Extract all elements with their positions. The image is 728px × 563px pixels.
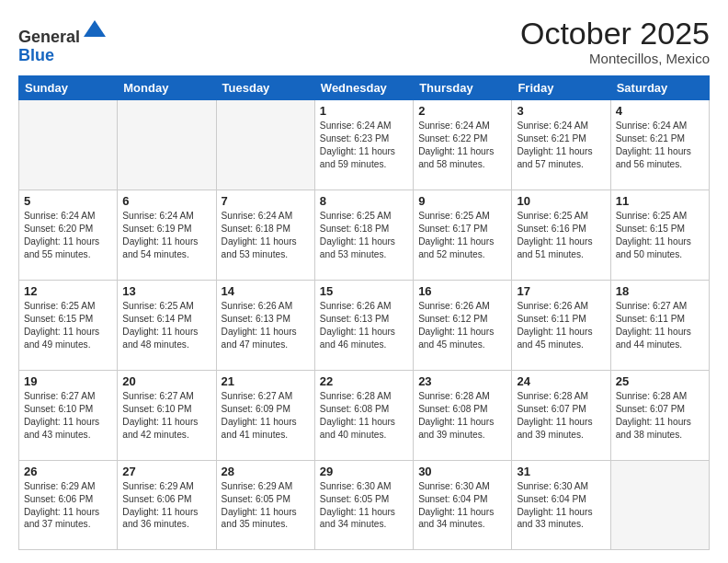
- sunrise-line: Sunrise: 6:30 AM: [418, 480, 506, 493]
- daylight-line: Daylight: 11 hours and 45 minutes.: [517, 326, 605, 351]
- sunrise-line: Sunrise: 6:27 AM: [616, 300, 704, 313]
- col-thursday: Thursday: [414, 76, 512, 100]
- sunrise-line: Sunrise: 6:25 AM: [320, 210, 408, 223]
- daylight-line: Daylight: 11 hours and 56 minutes.: [616, 145, 704, 171]
- daylight-line: Daylight: 11 hours and 48 minutes.: [122, 326, 210, 351]
- daylight-line: Daylight: 11 hours and 59 minutes.: [320, 145, 408, 171]
- table-row: 21 Sunrise: 6:27 AM Sunset: 6:09 PM Dayl…: [216, 371, 314, 461]
- day-number: 13: [122, 284, 210, 298]
- sunset-line: Sunset: 6:10 PM: [24, 403, 112, 416]
- table-row: 7 Sunrise: 6:24 AM Sunset: 6:18 PM Dayli…: [216, 190, 314, 281]
- sunset-line: Sunset: 6:20 PM: [24, 223, 112, 236]
- sunset-line: Sunset: 6:06 PM: [122, 493, 210, 506]
- col-sunday: Sunday: [19, 76, 118, 100]
- daylight-line: Daylight: 11 hours and 51 minutes.: [517, 236, 605, 261]
- table-row: 27 Sunrise: 6:29 AM Sunset: 6:06 PM Dayl…: [118, 461, 216, 550]
- day-number: 8: [320, 194, 408, 208]
- table-row: 6 Sunrise: 6:24 AM Sunset: 6:19 PM Dayli…: [118, 190, 216, 281]
- day-number: 1: [320, 104, 408, 118]
- sunrise-line: Sunrise: 6:24 AM: [320, 120, 408, 132]
- sunset-line: Sunset: 6:10 PM: [122, 403, 210, 416]
- table-row: 2 Sunrise: 6:24 AM Sunset: 6:22 PM Dayli…: [414, 100, 512, 190]
- daylight-line: Daylight: 11 hours and 34 minutes.: [320, 506, 408, 532]
- daylight-line: Daylight: 11 hours and 55 minutes.: [24, 236, 112, 261]
- sunrise-line: Sunrise: 6:26 AM: [320, 300, 408, 313]
- sunset-line: Sunset: 6:21 PM: [517, 132, 605, 145]
- daylight-line: Daylight: 11 hours and 46 minutes.: [320, 326, 408, 351]
- sunset-line: Sunset: 6:13 PM: [320, 313, 408, 326]
- sunrise-line: Sunrise: 6:28 AM: [320, 390, 408, 403]
- table-row: 26 Sunrise: 6:29 AM Sunset: 6:06 PM Dayl…: [19, 461, 118, 550]
- sunset-line: Sunset: 6:15 PM: [24, 313, 112, 326]
- day-number: 16: [418, 284, 506, 298]
- table-row: 5 Sunrise: 6:24 AM Sunset: 6:20 PM Dayli…: [19, 190, 118, 281]
- svg-marker-0: [84, 20, 106, 37]
- sunrise-line: Sunrise: 6:25 AM: [24, 300, 112, 313]
- col-tuesday: Tuesday: [216, 76, 314, 100]
- sunrise-line: Sunrise: 6:24 AM: [517, 120, 605, 132]
- day-number: 17: [517, 284, 605, 298]
- table-row: [19, 100, 118, 190]
- daylight-line: Daylight: 11 hours and 45 minutes.: [418, 326, 506, 351]
- sunrise-line: Sunrise: 6:25 AM: [517, 210, 605, 223]
- day-number: 15: [320, 284, 408, 298]
- table-row: 24 Sunrise: 6:28 AM Sunset: 6:07 PM Dayl…: [512, 371, 610, 461]
- daylight-line: Daylight: 11 hours and 53 minutes.: [222, 236, 310, 261]
- calendar-header-row: Sunday Monday Tuesday Wednesday Thursday…: [19, 76, 710, 100]
- sunrise-line: Sunrise: 6:30 AM: [517, 480, 605, 493]
- col-saturday: Saturday: [610, 76, 709, 100]
- sunset-line: Sunset: 6:11 PM: [616, 313, 704, 326]
- sunrise-line: Sunrise: 6:28 AM: [418, 390, 506, 403]
- col-wednesday: Wednesday: [314, 76, 413, 100]
- day-number: 27: [122, 465, 210, 478]
- table-row: 23 Sunrise: 6:28 AM Sunset: 6:08 PM Dayl…: [414, 371, 512, 461]
- logo-blue: Blue: [18, 46, 54, 64]
- day-number: 18: [616, 284, 704, 298]
- calendar-page: General Blue October 2025 Montecillos, M…: [0, 0, 728, 563]
- calendar-table: Sunday Monday Tuesday Wednesday Thursday…: [18, 75, 710, 550]
- day-number: 4: [616, 104, 704, 118]
- daylight-line: Daylight: 11 hours and 36 minutes.: [122, 506, 210, 532]
- daylight-line: Daylight: 11 hours and 47 minutes.: [222, 326, 310, 351]
- day-number: 31: [517, 465, 605, 478]
- month-title: October 2025: [520, 17, 710, 51]
- daylight-line: Daylight: 11 hours and 44 minutes.: [616, 326, 704, 351]
- table-row: 14 Sunrise: 6:26 AM Sunset: 6:13 PM Dayl…: [216, 281, 314, 371]
- sunrise-line: Sunrise: 6:30 AM: [320, 480, 408, 493]
- table-row: 9 Sunrise: 6:25 AM Sunset: 6:17 PM Dayli…: [414, 190, 512, 281]
- day-number: 9: [418, 194, 506, 208]
- table-row: 18 Sunrise: 6:27 AM Sunset: 6:11 PM Dayl…: [610, 281, 709, 371]
- sunrise-line: Sunrise: 6:24 AM: [122, 210, 210, 223]
- table-row: [610, 461, 709, 550]
- sunrise-line: Sunrise: 6:24 AM: [222, 210, 310, 223]
- title-area: October 2025 Montecillos, Mexico: [520, 17, 710, 66]
- daylight-line: Daylight: 11 hours and 52 minutes.: [418, 236, 506, 261]
- day-number: 7: [222, 194, 310, 208]
- day-number: 29: [320, 465, 408, 478]
- daylight-line: Daylight: 11 hours and 41 minutes.: [222, 416, 310, 442]
- daylight-line: Daylight: 11 hours and 40 minutes.: [320, 416, 408, 442]
- sunrise-line: Sunrise: 6:27 AM: [222, 390, 310, 403]
- daylight-line: Daylight: 11 hours and 50 minutes.: [616, 236, 704, 261]
- table-row: 31 Sunrise: 6:30 AM Sunset: 6:04 PM Dayl…: [512, 461, 610, 550]
- sunset-line: Sunset: 6:11 PM: [517, 313, 605, 326]
- day-number: 28: [222, 465, 310, 478]
- logo-triangle-icon: [82, 17, 108, 42]
- sunset-line: Sunset: 6:08 PM: [320, 403, 408, 416]
- sunrise-line: Sunrise: 6:25 AM: [418, 210, 506, 223]
- header: General Blue October 2025 Montecillos, M…: [18, 17, 710, 66]
- sunset-line: Sunset: 6:18 PM: [222, 223, 310, 236]
- sunrise-line: Sunrise: 6:25 AM: [122, 300, 210, 313]
- sunset-line: Sunset: 6:12 PM: [418, 313, 506, 326]
- sunrise-line: Sunrise: 6:26 AM: [418, 300, 506, 313]
- daylight-line: Daylight: 11 hours and 57 minutes.: [517, 145, 605, 171]
- sunset-line: Sunset: 6:22 PM: [418, 132, 506, 145]
- sunrise-line: Sunrise: 6:24 AM: [616, 120, 704, 132]
- daylight-line: Daylight: 11 hours and 39 minutes.: [418, 416, 506, 442]
- table-row: 8 Sunrise: 6:25 AM Sunset: 6:18 PM Dayli…: [314, 190, 413, 281]
- table-row: 10 Sunrise: 6:25 AM Sunset: 6:16 PM Dayl…: [512, 190, 610, 281]
- sunrise-line: Sunrise: 6:29 AM: [222, 480, 310, 493]
- sunset-line: Sunset: 6:05 PM: [320, 493, 408, 506]
- sunset-line: Sunset: 6:04 PM: [418, 493, 506, 506]
- table-row: 4 Sunrise: 6:24 AM Sunset: 6:21 PM Dayli…: [610, 100, 709, 190]
